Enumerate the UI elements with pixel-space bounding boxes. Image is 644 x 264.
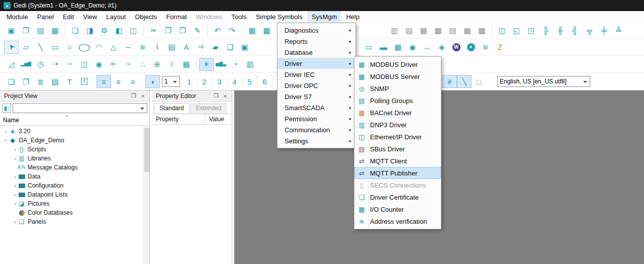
driver-submenu-item-secs-connections[interactable]: ▯SECS Connections [354,179,441,191]
grid-cells-button[interactable]: ▦ [416,24,431,37]
tree-item-datapoint-lists[interactable]: ›Datapoint Lists [0,190,149,199]
save-panel-button[interactable]: ▤ [33,24,48,37]
tree-item-scripts[interactable]: ›{}Scripts [0,145,149,154]
tree-item-libraries[interactable]: ›▥Libraries [0,154,149,163]
tree-item-data[interactable]: ›Data [0,172,149,181]
driver-submenu-item-i-o-counter[interactable]: ▦I/O Counter [354,203,441,215]
grid-dots-2-button[interactable]: ▩ [475,24,489,37]
snap-grid-button[interactable]: ▩ [259,24,274,37]
grid-dots-button[interactable]: ▩ [431,24,445,37]
float-panel-button[interactable]: ❐ [129,92,138,100]
new-panel-button[interactable]: ▣ [4,24,19,37]
driver-submenu-item-polling-groups[interactable]: ▤Polling Groups [354,95,441,107]
ellipse-tool-button[interactable]: ◯ [77,41,91,54]
driver-submenu-item-address-verification[interactable]: ≋Address verification [354,215,441,227]
polyline-tool-button[interactable]: ≋ [135,41,150,54]
align-middle-horizontal-button[interactable]: ╪ [597,24,611,37]
layer-button-1[interactable]: 1 [182,75,197,87]
column-property[interactable]: Property [152,114,205,124]
driver-submenu-item-modbus-driver[interactable]: ▦MODBUS Driver [354,58,441,70]
progress-bar-button[interactable]: ◫ [77,58,91,71]
image-tool-button[interactable]: ▰ [208,41,223,54]
trend-chart-button[interactable]: ◿ [4,58,19,71]
layer-button-2[interactable]: 2 [197,75,212,87]
timer-button[interactable]: Z [493,41,507,54]
table-widget-button[interactable]: ▦ [391,41,405,54]
webview-button[interactable]: W [449,41,464,54]
driver-submenu-item-ethernet-ip-driver[interactable]: ◫Ethernet/IP Driver [354,131,441,143]
tree-item-3-20[interactable]: ›◈3.20 [0,127,149,136]
text-edit-button[interactable]: ▬ [376,41,391,54]
format-paint-button[interactable]: ✎ [190,24,205,37]
cancel-circle-button[interactable]: × [464,41,478,54]
align-text-center-button[interactable]: ≡ [111,75,126,88]
align-text-right-button[interactable]: ≡ [126,75,140,88]
column-value[interactable]: Value [205,114,224,124]
sysmgm-menu-item-driver[interactable]: Driver▸ [278,58,355,69]
layer-button-4[interactable]: 4 [227,75,242,87]
grid-cells-2-button[interactable]: ▦ [460,24,475,37]
embedded-panel-button[interactable]: ▣ [237,41,252,54]
tree-item-color-databases[interactable]: Color Databases [0,208,149,217]
project-tree-scrollbar[interactable] [143,126,149,264]
line-spacing-button[interactable]: ≣ [33,75,48,88]
sysmgm-menu-item-smartscada[interactable]: SmartSCADA▸ [278,102,355,113]
titlebar[interactable]: ▲ Gedi (System1 - OA_Edge_Demo; #1) [0,0,644,11]
arc-tool-button[interactable]: ◠ [91,41,106,54]
expand-chevron-icon[interactable]: › [12,183,18,189]
sysmgm-menu-item-communication[interactable]: Communication▸ [278,124,355,135]
table-grid-button[interactable]: ▦ [179,58,194,71]
push-button-button[interactable]: ▭ [361,41,376,54]
curve-mode-button[interactable]: ◖ [145,75,160,88]
undo-button[interactable]: ↶ [210,24,225,37]
pipe-tool-button[interactable]: I [150,41,164,54]
line-tool-button[interactable]: ╲ [33,41,48,54]
hash-grid-button[interactable]: # [442,75,457,88]
tab-standard[interactable]: Standard [154,103,190,114]
crop-button[interactable]: ◳ [524,24,538,37]
settings-gear-button[interactable]: ⚙ [97,24,112,37]
menu-simple-symbols[interactable]: Simple Symbols [251,11,307,22]
align-right-edges-button[interactable]: ╣ [568,24,582,37]
tree-item-configuration[interactable]: ›Configuration [0,181,149,190]
text-tool-button[interactable]: T [62,75,77,88]
group-objects-button[interactable]: ▧ [48,75,62,88]
module-preview-button[interactable]: ◧ [112,24,126,37]
text-format-button[interactable]: AB [194,41,208,54]
font-tool-button[interactable]: A [179,41,194,54]
driver-submenu-item-sbus-driver[interactable]: ▨SBus Driver [354,143,441,155]
cut-button[interactable]: ✂ [146,24,161,37]
open-panel-button[interactable]: ❐ [19,24,33,37]
tree-item-message-catalogs[interactable]: A✎Message Catalogs [0,163,149,172]
tree-item-oa-edge-demo[interactable]: ›◆OA_Edge_Demo [0,136,149,145]
layer-button-3[interactable]: 3 [212,75,227,87]
layer-stack-button[interactable]: ❏ [4,75,19,88]
tree-item-panels[interactable]: ›❏Panels [0,217,149,226]
frame-tool-button[interactable]: ❑ [223,41,237,54]
menu-layout[interactable]: Layout [102,11,130,22]
paste-button[interactable]: ❒ [175,24,190,37]
slider-widget-button[interactable]: ─● [48,58,62,71]
cylinder-widget-button[interactable]: ◖◗ [62,58,77,71]
driver-submenu-item-driver-certificate[interactable]: ❑Driver Certificate [354,191,441,203]
project-filter-button[interactable]: ◧ [2,104,11,113]
diagonal-line-button[interactable]: ╲ [457,75,472,88]
vision-module-button[interactable]: ◨ [82,24,97,37]
expand-chevron-icon[interactable]: › [12,192,18,198]
layer-combobox[interactable]: 1 [162,76,180,87]
align-top-edges-button[interactable]: ╦ [582,24,597,37]
layer-button-6[interactable]: 6 [257,75,272,87]
tree-widget-button[interactable]: ∴ [135,58,150,71]
edit-points-button[interactable]: ▱ [19,41,33,54]
expand-chevron-icon[interactable]: › [12,219,18,225]
layer-stack-alt-button[interactable]: ❐ [19,75,33,88]
menu-view[interactable]: View [78,11,102,22]
select-tool-button[interactable]: ➤ [4,41,19,54]
driver-submenu-item-dnp3-driver[interactable]: ▥DNP3 Driver [354,119,441,131]
rows-button[interactable]: ▤ [402,24,416,37]
spline-tool-button[interactable]: ∼ [121,41,135,54]
flip-horizontal-button[interactable]: ◫ [495,24,509,37]
align-text-left-button[interactable]: ≡ [97,75,111,88]
project-filter-combobox[interactable] [13,103,147,113]
signal-curve-button[interactable]: ≋ [478,41,493,54]
